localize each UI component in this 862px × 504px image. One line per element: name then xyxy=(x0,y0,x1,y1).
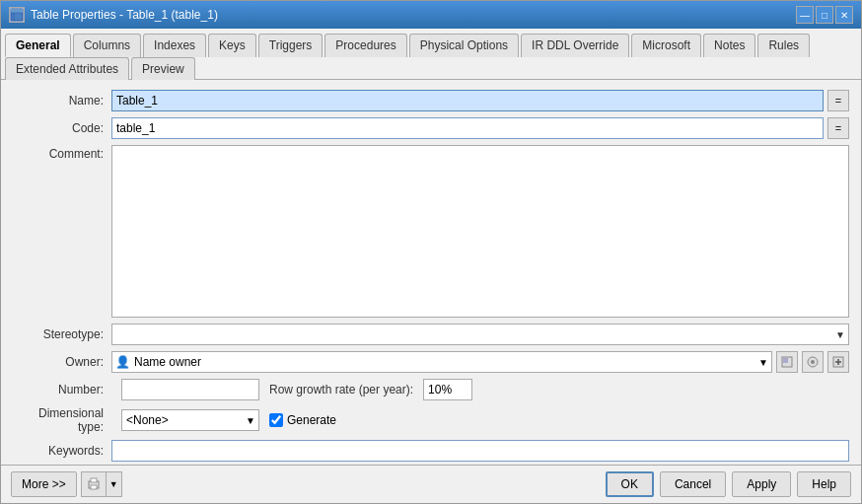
code-field: = xyxy=(111,117,849,139)
keywords-label: Keywords: xyxy=(13,444,111,458)
code-label: Code: xyxy=(13,121,111,135)
dimensional-type-label: Dimensional type: xyxy=(13,406,111,434)
tab-microsoft[interactable]: Microsoft xyxy=(631,34,701,57)
tab-triggers[interactable]: Triggers xyxy=(258,34,323,57)
print-button[interactable] xyxy=(81,471,107,497)
owner-new-button[interactable] xyxy=(827,351,849,373)
owner-label: Owner: xyxy=(13,355,111,369)
keywords-field xyxy=(111,440,849,462)
stereotype-dropdown-wrapper: ▼ xyxy=(111,324,849,345)
stereotype-field: ▼ xyxy=(111,324,849,345)
tab-rules[interactable]: Rules xyxy=(757,34,810,57)
main-window: Table Properties - Table_1 (table_1) — □… xyxy=(0,0,862,504)
tabs-bar: General Columns Indexes Keys Triggers Pr… xyxy=(1,29,861,80)
name-field: = xyxy=(111,90,849,111)
apply-button[interactable]: Apply xyxy=(732,471,791,497)
tab-columns[interactable]: Columns xyxy=(73,34,141,57)
keywords-input[interactable] xyxy=(111,440,849,462)
bottom-left: More >> ▼ xyxy=(11,471,122,497)
owner-browse-button[interactable] xyxy=(776,351,798,373)
keywords-row: Keywords: xyxy=(13,440,849,462)
tab-preview[interactable]: Preview xyxy=(131,57,195,80)
comment-field xyxy=(111,145,849,318)
tab-indexes[interactable]: Indexes xyxy=(143,34,206,57)
code-input[interactable] xyxy=(111,117,824,139)
svg-rect-5 xyxy=(783,358,788,363)
title-bar-left: Table Properties - Table_1 (table_1) xyxy=(9,7,218,23)
tab-keys[interactable]: Keys xyxy=(208,34,256,57)
cancel-button[interactable]: Cancel xyxy=(660,471,726,497)
ok-button[interactable]: OK xyxy=(606,471,654,497)
dimensional-type-row: Dimensional type: <None> ▼ Generate xyxy=(13,406,849,434)
svg-rect-13 xyxy=(91,485,97,489)
window-icon xyxy=(9,7,25,23)
bottom-bar: More >> ▼ OK Cancel Apply Help xyxy=(1,465,861,503)
number-input[interactable] xyxy=(121,379,259,400)
dimensional-select-wrapper: <None> ▼ xyxy=(121,409,259,431)
tab-procedures[interactable]: Procedures xyxy=(324,34,406,57)
owner-properties-button[interactable] xyxy=(802,351,824,373)
maximize-button[interactable]: □ xyxy=(816,6,833,24)
growth-rate-input[interactable] xyxy=(423,379,472,400)
code-row: Code: = xyxy=(13,117,849,139)
name-row: Name: = xyxy=(13,90,849,111)
comment-textarea[interactable] xyxy=(111,145,849,318)
name-input[interactable] xyxy=(111,90,824,111)
number-row: Number: Row growth rate (per year): xyxy=(13,379,849,400)
window-title: Table Properties - Table_1 (table_1) xyxy=(31,8,218,22)
more-button[interactable]: More >> xyxy=(11,471,77,497)
stereotype-select[interactable] xyxy=(111,324,849,345)
owner-field: 👤 Name owner ▼ xyxy=(111,351,849,373)
svg-rect-12 xyxy=(91,478,97,482)
growth-rate-label: Row growth rate (per year): xyxy=(269,383,413,396)
dimensional-type-select[interactable]: <None> xyxy=(121,409,259,431)
name-ellipsis-button[interactable]: = xyxy=(827,90,849,111)
generate-checkbox-label[interactable]: Generate xyxy=(269,413,336,427)
comment-label: Comment: xyxy=(13,145,111,161)
bottom-right: OK Cancel Apply Help xyxy=(606,471,851,497)
help-button[interactable]: Help xyxy=(797,471,851,497)
generate-checkbox[interactable] xyxy=(269,413,283,427)
minimize-button[interactable]: — xyxy=(796,6,814,24)
title-bar: Table Properties - Table_1 (table_1) — □… xyxy=(1,1,861,29)
name-label: Name: xyxy=(13,94,111,108)
print-dropdown-button[interactable]: ▼ xyxy=(107,471,122,497)
stereotype-row: Stereotype: ▼ xyxy=(13,324,849,345)
stereotype-label: Stereotype: xyxy=(13,327,111,341)
tab-extended-attributes[interactable]: Extended Attributes xyxy=(5,57,129,80)
comment-row: Comment: xyxy=(13,145,849,318)
tab-physical-options[interactable]: Physical Options xyxy=(409,34,519,57)
content-area: Name: = Code: = Comment: Stereotype: xyxy=(1,80,861,465)
code-ellipsis-button[interactable]: = xyxy=(827,117,849,139)
svg-point-7 xyxy=(811,360,815,364)
close-button[interactable]: ✕ xyxy=(835,6,853,24)
tab-ir-ddl-override[interactable]: IR DDL Override xyxy=(521,34,629,57)
owner-select[interactable]: Name owner xyxy=(111,351,772,373)
tab-notes[interactable]: Notes xyxy=(703,34,755,57)
number-label: Number: xyxy=(13,383,111,396)
tab-general[interactable]: General xyxy=(5,34,71,57)
owner-select-wrapper: 👤 Name owner ▼ xyxy=(111,351,772,373)
svg-rect-1 xyxy=(11,9,23,13)
generate-label: Generate xyxy=(287,413,336,427)
owner-row: Owner: 👤 Name owner ▼ xyxy=(13,351,849,373)
title-controls: — □ ✕ xyxy=(796,6,853,24)
